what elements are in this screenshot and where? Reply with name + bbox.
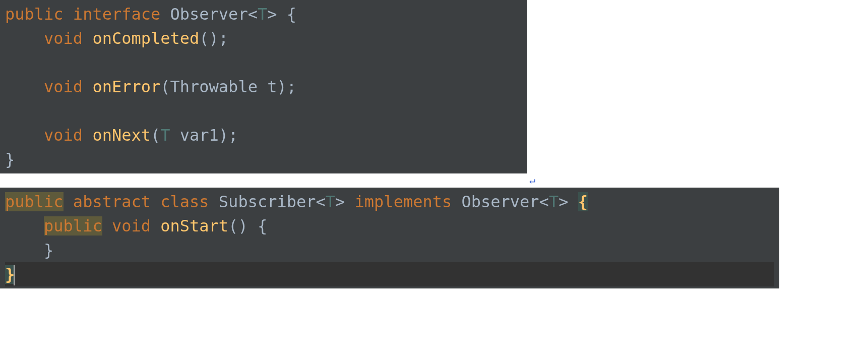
param-name-t: t: [267, 77, 277, 96]
keyword-public: public: [5, 5, 64, 24]
keyword-abstract: abstract: [73, 192, 151, 211]
method-onstart: onStart: [160, 216, 228, 236]
param-name-var1: var1: [180, 126, 219, 145]
keyword-void: void: [44, 77, 83, 96]
param-type-throwable: Throwable: [170, 77, 258, 96]
blank-line: [5, 50, 522, 75]
keyword-public-highlighted: public: [44, 216, 102, 236]
type-subscriber: Subscriber: [219, 192, 316, 211]
keyword-public-highlighted: public: [5, 192, 64, 211]
code-line: void onNext(T var1);: [5, 123, 522, 147]
generic-type: T: [326, 192, 335, 211]
code-line: }: [5, 238, 774, 262]
method-onnext: onNext: [92, 126, 151, 145]
blank-line: [5, 99, 522, 123]
text-cursor: [14, 265, 15, 285]
code-line: public void onStart() {: [5, 214, 774, 238]
keyword-void: void: [112, 216, 151, 236]
keyword-void: void: [44, 29, 83, 48]
generic-type: T: [258, 5, 267, 24]
type-observer: Observer: [170, 5, 248, 24]
code-line: }: [5, 147, 522, 171]
generic-type: T: [549, 192, 559, 211]
keyword-implements: implements: [355, 192, 452, 211]
code-block-observer[interactable]: public interface Observer<T> { void onCo…: [0, 0, 527, 173]
keyword-interface: interface: [73, 5, 160, 24]
keyword-void: void: [44, 126, 83, 145]
brace-close: }: [44, 241, 53, 260]
generic-type: T: [160, 126, 170, 145]
brace-open: {: [287, 5, 296, 24]
method-onerror: onError: [92, 77, 160, 96]
code-line: public interface Observer<T> {: [5, 2, 522, 26]
code-block-subscriber[interactable]: public abstract class Subscriber<T> impl…: [0, 188, 779, 288]
code-line: void onError(Throwable t);: [5, 75, 522, 99]
paragraph-mark-icon: ↵: [529, 172, 535, 188]
method-oncompleted: onCompleted: [92, 29, 199, 48]
type-observer: Observer: [461, 192, 539, 211]
brace-open: {: [258, 216, 267, 236]
brace-close: }: [5, 150, 15, 169]
keyword-class: class: [160, 192, 209, 211]
code-line: public abstract class Subscriber<T> impl…: [5, 190, 774, 214]
code-line: void onCompleted();: [5, 26, 522, 50]
code-line-current: }: [5, 262, 774, 286]
brace-open-matched: {: [578, 192, 588, 211]
